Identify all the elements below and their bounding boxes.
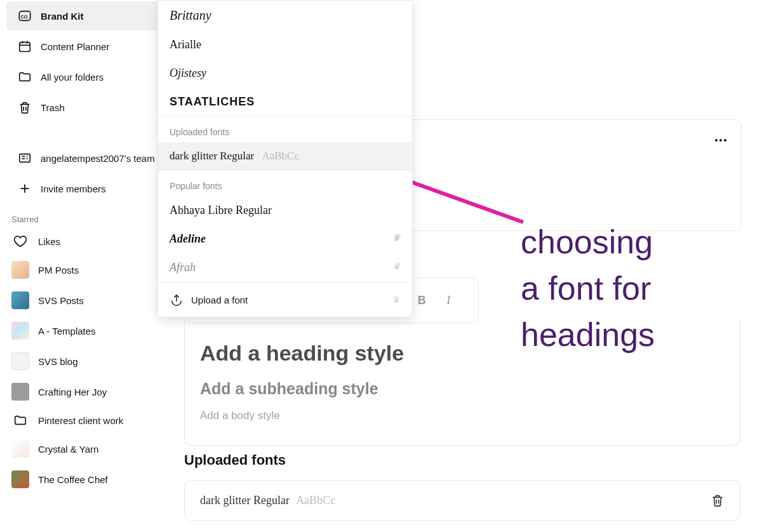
bold-button[interactable]: B xyxy=(413,294,431,307)
font-option-afrah[interactable]: Afrah ♛ xyxy=(158,253,412,282)
starred-item-label: A - Templates xyxy=(38,326,96,336)
sidebar-item-label: Brand Kit xyxy=(41,11,84,22)
starred-item-label: The Coffee Chef xyxy=(38,474,108,485)
font-option-staatliches[interactable]: Staatliches xyxy=(158,88,412,116)
starred-item-svs-posts[interactable]: SVS Posts xyxy=(0,285,166,316)
heart-icon xyxy=(11,234,29,248)
starred-item-label: Crafting Her Joy xyxy=(38,387,107,397)
sidebar-item-label: Trash xyxy=(41,102,65,113)
starred-item-coffee-chef[interactable]: The Coffee Chef xyxy=(0,464,166,495)
dropdown-section-popular: Popular fonts xyxy=(158,171,412,196)
svg-text:CO.: CO. xyxy=(20,14,29,20)
font-option-ojistesy[interactable]: Ojistesy xyxy=(158,59,412,88)
thumbnail-icon xyxy=(11,322,29,340)
starred-item-label: SVS blog xyxy=(38,356,78,367)
font-option-name: dark glitter Regular xyxy=(170,150,254,162)
annotation-text: choosing a font for headings xyxy=(521,219,655,357)
sidebar-item-label: angelatempest2007's team xyxy=(41,153,155,164)
thumbnail-icon xyxy=(11,352,29,370)
delete-font-button[interactable] xyxy=(711,493,725,507)
crown-icon: ♛ xyxy=(392,232,401,243)
sidebar: CO. Brand Kit Content Planner All your f… xyxy=(0,0,166,532)
sidebar-item-label: Content Planner xyxy=(41,41,109,52)
subheading-style-row[interactable]: Add a subheading style xyxy=(200,373,725,404)
sidebar-item-trash[interactable]: Trash xyxy=(6,93,160,122)
font-option-adeline[interactable]: Adeline ♛ xyxy=(158,225,412,253)
thumbnail-icon xyxy=(11,383,29,401)
font-option-brittany[interactable]: Brittany xyxy=(158,1,412,30)
plus-icon xyxy=(18,182,32,196)
thumbnail-icon xyxy=(11,291,29,309)
starred-item-likes[interactable]: Likes xyxy=(0,228,166,255)
starred-item-label: Likes xyxy=(38,236,60,247)
sidebar-item-label: Invite members xyxy=(41,183,106,194)
font-option-abhaya[interactable]: Abhaya Libre Regular xyxy=(158,196,412,225)
more-button[interactable] xyxy=(713,133,728,148)
svg-rect-2 xyxy=(20,43,30,52)
starred-item-crystal-yarn[interactable]: Crystal & Yarn xyxy=(0,434,166,464)
starred-item-label: SVS Posts xyxy=(38,295,84,306)
folder-icon xyxy=(18,70,32,84)
uploaded-font-name: dark glitter Regular xyxy=(200,494,290,507)
font-option-dark-glitter[interactable]: dark glitter Regular AaBbCc xyxy=(158,142,412,170)
svg-rect-8 xyxy=(20,154,30,163)
starred-item-label: PM Posts xyxy=(38,265,79,276)
starred-section-label: Starred xyxy=(0,204,166,228)
upload-font-button[interactable]: Upload a font ♛ xyxy=(158,282,412,317)
trash-icon xyxy=(18,100,32,114)
thumbnail-icon xyxy=(11,470,29,488)
uploaded-fonts-heading: Uploaded fonts xyxy=(184,452,286,469)
starred-item-a-templates[interactable]: A - Templates xyxy=(0,316,166,346)
sidebar-item-all-folders[interactable]: All your folders xyxy=(6,62,160,91)
sidebar-item-label: All your folders xyxy=(41,72,104,83)
font-option-arialle[interactable]: Arialle xyxy=(158,30,412,59)
starred-item-pm-posts[interactable]: PM Posts xyxy=(0,255,166,285)
sidebar-item-brand-kit[interactable]: CO. Brand Kit xyxy=(6,1,160,30)
upload-icon xyxy=(170,293,184,307)
team-icon xyxy=(18,151,32,165)
thumbnail-icon xyxy=(11,440,29,458)
starred-item-label: Crystal & Yarn xyxy=(38,444,98,455)
calendar-icon xyxy=(18,39,32,53)
italic-button[interactable]: I xyxy=(439,294,457,307)
brand-kit-icon: CO. xyxy=(18,9,32,23)
svg-point-15 xyxy=(715,139,718,142)
crown-icon: ♛ xyxy=(392,261,401,272)
starred-item-crafting-her-joy[interactable]: Crafting Her Joy xyxy=(0,376,166,407)
dropdown-section-uploaded: Uploaded fonts xyxy=(158,117,412,142)
folder-icon xyxy=(11,413,29,427)
font-dropdown: Brittany Arialle Ojistesy Staatliches Up… xyxy=(157,0,413,317)
uploaded-font-sample: AaBbCc xyxy=(296,494,335,507)
svg-point-16 xyxy=(719,139,722,142)
uploaded-font-row: dark glitter Regular AaBbCc xyxy=(184,480,740,521)
crown-icon: ♛ xyxy=(392,295,401,305)
font-option-sample: AaBbCc xyxy=(262,150,299,162)
sidebar-item-invite[interactable]: Invite members xyxy=(6,174,160,203)
svg-point-17 xyxy=(724,139,726,142)
sidebar-item-content-planner[interactable]: Content Planner xyxy=(6,32,160,61)
starred-item-svs-blog[interactable]: SVS blog xyxy=(0,346,166,376)
body-style-row[interactable]: Add a body style xyxy=(200,404,725,427)
starred-item-pinterest-client[interactable]: Pinterest client work xyxy=(0,407,166,434)
sidebar-item-team[interactable]: angelatempest2007's team xyxy=(6,143,160,173)
upload-font-label: Upload a font xyxy=(191,295,248,305)
thumbnail-icon xyxy=(11,261,29,279)
text-styles-panel: Add a heading style Add a subheading sty… xyxy=(184,321,740,446)
starred-item-label: Pinterest client work xyxy=(38,415,123,426)
